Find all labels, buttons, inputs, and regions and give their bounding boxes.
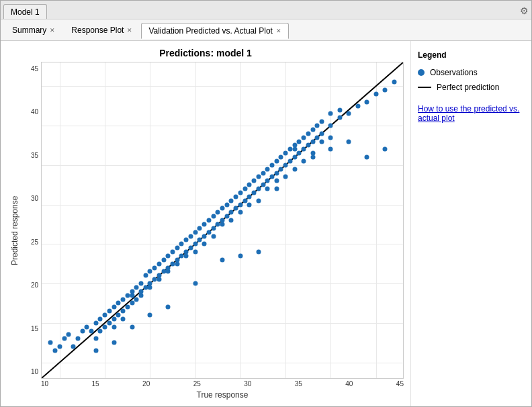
scatter-dot [93,348,98,353]
tab-summary[interactable]: Summary ✕ [5,22,62,38]
scatter-dot [229,198,234,203]
scatter-dot [247,183,252,187]
window-controls: ⚙ [520,5,529,19]
scatter-dot [238,253,242,258]
scatter-dot [93,336,98,341]
scatter-dot [229,210,234,215]
scatter-dot [130,293,134,298]
scatter-dot [112,305,116,310]
scatter-dot [125,305,130,310]
scatter-dot [121,297,126,302]
scatter-dot [292,167,297,171]
scatter-dot [315,135,320,140]
title-bar: Model 1 ⚙ [1,1,531,19]
tab-validation-plot-close[interactable]: ✕ [276,28,281,34]
scatter-dot [224,202,229,207]
legend-panel: Legend Observations Perfect prediction H… [410,41,531,406]
scatter-dot [302,159,306,163]
scatter-dot [256,187,261,191]
legend-help-link[interactable]: How to use the predicted vs. actual plot [418,104,525,123]
scatter-dot [193,250,197,255]
window-title-tab[interactable]: Model 1 [3,4,47,19]
scatter-dot [292,147,297,152]
scatter-dot [93,320,98,325]
scatter-dot [57,345,62,349]
y-axis-label: Predicted response [7,62,21,400]
scatter-dot [392,80,396,85]
scatter-dot [202,222,207,226]
scatter-dot [148,285,152,289]
scatter-dot [265,187,270,191]
chart-wrapper: 45 40 35 30 25 20 15 10 [21,62,404,379]
scatter-dot [121,316,126,321]
scatter-dot [89,328,93,333]
scatter-dot [252,190,257,195]
scatter-dot [148,313,152,318]
legend-observations-label: Observations [430,68,478,77]
scatter-dot [265,179,270,183]
scatter-dot [238,202,242,207]
scatter-dot [238,210,242,215]
scatter-dot [365,99,369,104]
settings-icon[interactable]: ⚙ [520,5,529,16]
scatter-dot [274,159,279,163]
scatter-dot [274,179,279,183]
scatter-dot [297,151,302,156]
scatter-dot [269,175,274,179]
scatter-dot [265,167,270,171]
scatter-dot [206,218,211,223]
scatter-dot [143,273,148,278]
scatter-dot [152,265,157,270]
tab-response-plot[interactable]: Response Plot ✕ [64,22,140,38]
scatter-dot [247,194,252,199]
scatter-dot [166,269,171,274]
scatter-dot [157,261,161,266]
scatter-dot [238,190,242,195]
scatter-dot [112,324,116,329]
scatter-dot [130,301,134,306]
chart-canvas [41,62,404,379]
scatter-dot [197,238,202,242]
scatter-dot [328,135,333,140]
scatter-dot [98,328,103,333]
legend-observations: Observations [418,68,525,77]
scatter-dot [216,210,220,215]
scatter-dot [337,107,342,112]
scatter-dot [310,155,315,160]
scatter-dot [107,309,112,314]
plot-title: Predictions: model 1 [7,48,404,58]
scatter-dot [211,226,216,230]
scatter-dot [184,253,189,258]
scatter-dot [220,206,225,211]
scatter-dot [148,269,152,274]
legend-dot-icon [418,69,425,76]
scatter-dot [229,218,234,223]
legend-title: Legend [418,50,525,60]
scatter-dot [112,316,116,321]
scatter-dot [166,253,171,258]
scatter-dot [283,175,288,179]
chart-and-x: 45 40 35 30 25 20 15 10 [21,62,404,400]
scatter-dot [247,202,252,207]
scatter-dot [179,242,184,246]
tab-validation-plot[interactable]: Validation Predicted vs. Actual Plot ✕ [141,23,289,39]
scatter-dot [171,250,175,255]
scatter-dot [66,332,71,337]
scatter-dot [48,341,53,345]
scatter-dot [373,92,378,97]
scatter-dot [319,139,324,144]
scatter-dot [306,131,310,136]
scatter-dot [157,277,161,282]
scatter-dot [98,316,103,321]
scatter-dot [197,226,202,230]
tab-response-plot-close[interactable]: ✕ [127,27,132,34]
plot-container: Predictions: model 1 Predicted response … [1,41,410,406]
scatter-dot [365,155,369,160]
scatter-dot [202,242,207,246]
tab-summary-close[interactable]: ✕ [50,27,55,34]
scatter-dot [103,313,107,318]
scatter-dot [161,257,166,262]
scatter-dot [256,250,261,255]
scatter-dot [211,234,216,238]
scatter-dot [85,324,89,329]
